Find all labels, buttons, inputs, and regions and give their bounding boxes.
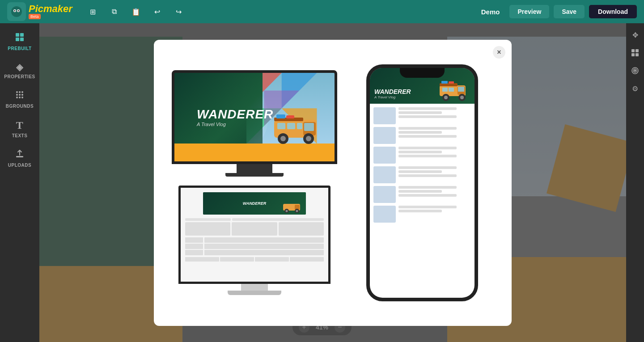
right-settings-icon[interactable]: ⚙ — [628, 81, 642, 96]
sidebar-item-bgrounds[interactable]: BGROUNDS — [0, 85, 39, 113]
phone-thumb — [373, 107, 396, 124]
right-grid-icon[interactable] — [628, 46, 642, 60]
phone-banner-subtitle: A Travel Vlog — [374, 95, 411, 99]
sidebar-item-properties[interactable]: ◈ PROPERTIES — [0, 57, 39, 84]
svg-rect-7 — [16, 38, 19, 41]
svg-point-16 — [19, 97, 21, 98]
svg-point-40 — [306, 136, 311, 141]
desktop-screen: WANDERER — [178, 186, 330, 284]
phone-thumb — [373, 166, 396, 183]
right-sidebar: ✥ ⚙ — [626, 23, 644, 342]
svg-point-25 — [635, 70, 636, 72]
tv-banner: WANDERER A Travel Vlog — [174, 73, 335, 161]
svg-point-0 — [11, 6, 22, 17]
svg-rect-55 — [449, 81, 454, 84]
demo-button[interactable]: Demo — [476, 5, 505, 18]
phone-line — [398, 111, 442, 114]
download-button[interactable]: Download — [589, 5, 637, 18]
desktop-preview: WANDERER — [178, 186, 330, 295]
phone-line — [398, 151, 442, 153]
tv-yellow-bar — [174, 144, 335, 161]
phone-thumb — [373, 206, 396, 223]
logo-name: Picmaker — [29, 4, 72, 14]
tv-preview: WANDERER A Travel Vlog — [172, 70, 337, 177]
topbar-right: Demo Preview Save Download — [476, 5, 637, 18]
right-layers-icon[interactable] — [628, 63, 642, 78]
tv-van — [272, 111, 321, 144]
tv-foot — [225, 173, 284, 177]
modal-overlay: × — [39, 23, 626, 342]
phone-line — [398, 127, 457, 130]
preview-button[interactable]: Preview — [509, 5, 549, 18]
preview-left-column: WANDERER A Travel Vlog — [172, 70, 337, 295]
sidebar-item-texts[interactable]: T TEXTS — [0, 115, 39, 143]
svg-rect-18 — [16, 156, 23, 157]
svg-rect-22 — [636, 53, 639, 56]
toolbar-copy-btn[interactable]: ⧉ — [106, 4, 123, 20]
logo-beta-badge: Beta — [29, 14, 41, 19]
save-button[interactable]: Save — [554, 5, 585, 18]
svg-rect-36 — [286, 115, 294, 118]
svg-rect-54 — [441, 81, 448, 84]
svg-rect-21 — [631, 53, 635, 56]
modal-close-button[interactable]: × — [493, 46, 505, 59]
phone-line — [398, 147, 457, 149]
toolbar-undo-btn[interactable]: ↩ — [149, 4, 165, 20]
left-sidebar: PREBUILT ◈ PROPERTIES BGROUNDS T TEXTS — [0, 23, 39, 342]
phone-line — [398, 210, 442, 212]
svg-rect-5 — [16, 33, 19, 37]
tv-subtitle: A Travel Vlog — [197, 122, 273, 127]
phone-content-row — [373, 127, 471, 144]
logo-icon — [7, 2, 26, 21]
texts-icon: T — [16, 119, 24, 131]
phone-content-row — [373, 206, 471, 223]
phone-thumb — [373, 127, 396, 144]
svg-point-12 — [16, 94, 18, 96]
phone-line — [398, 206, 457, 208]
svg-rect-61 — [449, 88, 454, 92]
svg-rect-42 — [287, 123, 295, 129]
phone-line — [398, 115, 457, 118]
svg-point-14 — [21, 94, 23, 96]
phone-content-row — [373, 166, 471, 183]
svg-rect-6 — [20, 33, 24, 37]
phone-screen: WANDERER A Travel Vlog — [370, 68, 475, 298]
phone-line — [398, 135, 457, 138]
tv-text-area: WANDERER A Travel Vlog — [197, 107, 273, 127]
toolbar-paste-btn[interactable]: 📋 — [128, 4, 144, 20]
phone-thumb — [373, 147, 396, 164]
phone-line — [398, 131, 442, 134]
svg-rect-19 — [631, 49, 635, 52]
svg-point-49 — [296, 210, 298, 212]
toolbar-template-btn[interactable]: ⊞ — [85, 4, 101, 20]
sidebar-item-prebuilt[interactable]: PREBUILT — [0, 28, 39, 55]
phone-text-lines — [398, 206, 471, 212]
svg-point-17 — [21, 97, 23, 98]
phone-line — [398, 166, 457, 169]
svg-rect-52 — [458, 87, 464, 92]
uploads-icon — [15, 149, 25, 161]
phone-line — [398, 174, 457, 177]
logo-text: Picmaker Beta — [29, 4, 72, 19]
svg-point-11 — [21, 91, 23, 93]
phone-line — [398, 170, 442, 173]
svg-point-9 — [16, 91, 18, 93]
sidebar-label-bgrounds: BGROUNDS — [6, 104, 34, 109]
svg-rect-53 — [440, 83, 458, 86]
toolbar-redo-btn[interactable]: ↪ — [171, 4, 187, 20]
phone-line — [398, 107, 457, 110]
svg-point-10 — [19, 91, 21, 93]
desktop-content: WANDERER — [181, 188, 328, 282]
tv-title: WANDERER — [197, 107, 273, 122]
svg-point-3 — [14, 10, 16, 12]
right-move-icon[interactable]: ✥ — [628, 28, 642, 42]
sidebar-label-texts: TEXTS — [12, 133, 28, 138]
properties-icon: ◈ — [16, 62, 23, 72]
phone-banner-title: WANDERER — [374, 88, 411, 95]
preview-right-column: WANDERER A Travel Vlog — [366, 58, 478, 308]
phone-preview: WANDERER A Travel Vlog — [366, 64, 478, 301]
phone-line — [398, 190, 442, 193]
svg-rect-41 — [277, 123, 285, 129]
sidebar-item-uploads[interactable]: UPLOADS — [0, 144, 39, 172]
desktop-banner: WANDERER — [203, 192, 306, 215]
